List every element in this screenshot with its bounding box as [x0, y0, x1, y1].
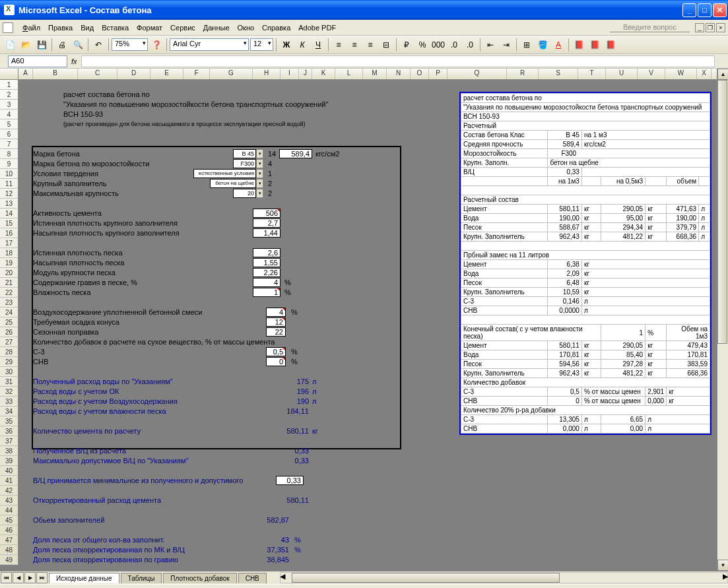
col-header-Q[interactable]: Q [447, 69, 507, 79]
menu-help[interactable]: Справка [258, 22, 294, 33]
col-header-D[interactable]: D [117, 69, 150, 79]
row-header-48[interactable]: 48 [0, 545, 18, 555]
comma-button[interactable]: 000 [431, 38, 446, 52]
row-header-49[interactable]: 49 [0, 555, 18, 565]
print-button[interactable]: 🖨 [55, 38, 69, 52]
row-header-47[interactable]: 47 [0, 535, 18, 545]
val-vozduh[interactable]: 4 [266, 308, 286, 317]
inc-decimal-button[interactable]: .0 [447, 38, 461, 52]
horizontal-scrollbar[interactable]: ◀ ▶ [280, 572, 728, 583]
help-question-box[interactable]: Введите вопрос [610, 22, 690, 32]
row-header-42[interactable]: 42 [0, 486, 18, 496]
doc-restore-button[interactable]: ❐ [706, 23, 715, 32]
row-header-12[interactable]: 12 [0, 189, 18, 199]
help-button[interactable]: ❓ [149, 38, 164, 52]
input-marka[interactable]: B 45▾ [233, 149, 256, 158]
menu-file[interactable]: Файл [18, 22, 44, 33]
menu-edit[interactable]: Правка [44, 22, 77, 33]
row-header-7[interactable]: 7 [0, 139, 18, 149]
new-button[interactable]: 📄 [3, 38, 17, 52]
val-sezon[interactable]: 22 [266, 327, 286, 337]
row-header-36[interactable]: 36 [0, 426, 18, 436]
menu-insert[interactable]: Вставка [98, 22, 133, 33]
hscroll-thumb[interactable] [292, 573, 560, 583]
sheet-tab-1[interactable]: Исходные данные [49, 573, 119, 583]
row-header-6[interactable]: 6 [0, 129, 18, 139]
col-header-T[interactable]: T [578, 69, 606, 79]
dropdown-icon[interactable]: ▾ [256, 169, 263, 178]
scroll-left-button[interactable]: ◀ [280, 572, 285, 581]
menu-adobe[interactable]: Adobe PDF [294, 22, 340, 33]
val-osadka[interactable]: 12 [266, 317, 286, 327]
row-header-24[interactable]: 24 [0, 308, 18, 317]
input-maxkrup[interactable]: 20▾ [233, 189, 256, 198]
val-vlazh[interactable]: 1 [253, 288, 281, 297]
row-header-45[interactable]: 45 [0, 515, 18, 525]
dec-indent-button[interactable]: ⇤ [483, 38, 498, 52]
row-header-8[interactable]: 8 [0, 149, 18, 159]
menu-window[interactable]: Окно [234, 22, 259, 33]
row-header-1[interactable]: 1 [0, 80, 18, 90]
row-header-30[interactable]: 30 [0, 367, 18, 377]
menu-tools[interactable]: Сервис [166, 22, 199, 33]
name-box[interactable]: A60 [8, 55, 67, 67]
val-soderzh[interactable]: 4 [253, 278, 281, 287]
input-moroz[interactable]: F300▾ [233, 159, 256, 168]
align-center-button[interactable]: ≡ [347, 38, 362, 52]
input-usloviya[interactable]: естественные условия▾ [193, 169, 256, 178]
val-istkrup[interactable]: 2,7 [253, 218, 281, 228]
fill-color-button[interactable]: 🪣 [535, 38, 550, 52]
row-header-11[interactable]: 11 [0, 179, 18, 189]
row-header-38[interactable]: 38 [0, 446, 18, 456]
row-header-41[interactable]: 41 [0, 476, 18, 486]
col-header-X[interactable]: X [697, 69, 711, 79]
col-header-S[interactable]: S [539, 69, 578, 79]
zoom-combo[interactable]: 75% [112, 38, 148, 51]
row-header-23[interactable]: 23 [0, 298, 18, 308]
row-header-21[interactable]: 21 [0, 278, 18, 288]
first-sheet-button[interactable]: ⏮ [1, 572, 12, 583]
row-header-9[interactable]: 9 [0, 159, 18, 169]
vertical-scrollbar[interactable]: ▲ ▼ [717, 69, 728, 571]
menu-format[interactable]: Формат [133, 22, 166, 33]
input-krupny[interactable]: бетон на щебне▾ [210, 179, 256, 188]
val-nasypkrup[interactable]: 1,44 [253, 228, 281, 238]
sheet-tab-4[interactable]: СНВ [238, 573, 267, 583]
close-button[interactable]: ✕ [713, 3, 727, 17]
col-header-A[interactable]: A [18, 69, 33, 79]
font-size-combo[interactable]: 12 [250, 38, 273, 51]
col-header-I[interactable]: I [281, 69, 299, 79]
col-header-N[interactable]: N [387, 69, 411, 79]
col-header-W[interactable]: W [665, 69, 697, 79]
col-header-R[interactable]: R [507, 69, 539, 79]
row-header-29[interactable]: 29 [0, 357, 18, 367]
col-header-E[interactable]: E [150, 69, 183, 79]
row-header-18[interactable]: 18 [0, 248, 18, 258]
scroll-up-button[interactable]: ▲ [717, 69, 728, 80]
row-header-10[interactable]: 10 [0, 169, 18, 179]
col-header-O[interactable]: O [411, 69, 429, 79]
prev-sheet-button[interactable]: ◀ [13, 572, 24, 583]
row-header-43[interactable]: 43 [0, 496, 18, 506]
save-button[interactable]: 💾 [34, 38, 49, 52]
last-sheet-button[interactable]: ⏭ [36, 572, 48, 583]
currency-button[interactable]: ₽ [399, 38, 414, 52]
col-header-C[interactable]: C [78, 69, 117, 79]
dec-decimal-button[interactable]: .0 [463, 38, 477, 52]
minimize-button[interactable]: _ [682, 3, 696, 17]
val-nasyppesk[interactable]: 1,55 [253, 258, 281, 267]
open-button[interactable]: 📂 [18, 38, 33, 52]
row-header-31[interactable]: 31 [0, 377, 18, 387]
row-header-25[interactable]: 25 [0, 317, 18, 327]
row-header-14[interactable]: 14 [0, 209, 18, 218]
italic-button[interactable]: К [295, 38, 310, 52]
menu-view[interactable]: Вид [77, 22, 98, 33]
row-header-15[interactable]: 15 [0, 218, 18, 228]
formula-input[interactable] [81, 55, 715, 67]
scroll-thumb[interactable] [717, 80, 727, 344]
align-left-button[interactable]: ≡ [331, 38, 346, 52]
row-header-20[interactable]: 20 [0, 268, 18, 278]
col-header-K[interactable]: K [312, 69, 335, 79]
dropdown-icon[interactable]: ▾ [256, 159, 263, 168]
row-header-32[interactable]: 32 [0, 387, 18, 397]
